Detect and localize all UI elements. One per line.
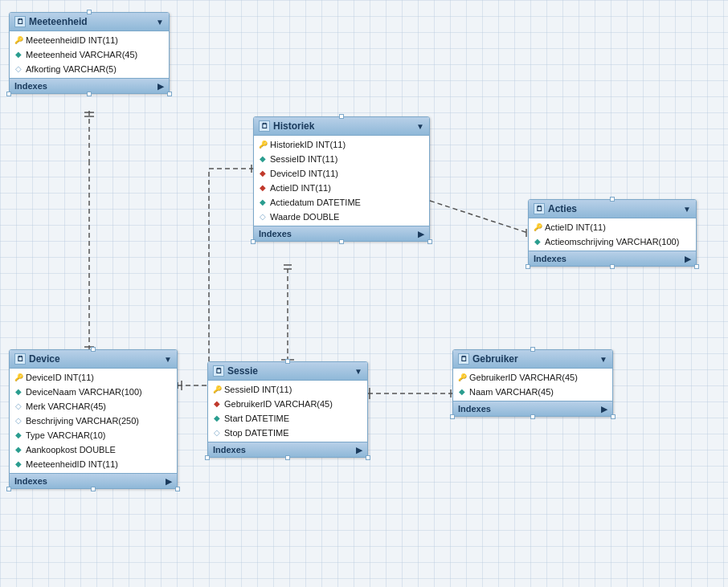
field-icon-key: 🔑 xyxy=(534,223,542,231)
resize-handle[interactable] xyxy=(6,92,11,96)
field-text: Actieomschrijving VARCHAR(100) xyxy=(545,235,679,248)
table-header-historiek[interactable]: 🗒Historiek▼ xyxy=(254,117,429,136)
field-icon-diamond-empty: ◇ xyxy=(14,402,22,410)
table-meeteenheid[interactable]: 🗒Meeteenheid▼🔑MeeteenheidID INT(11)◆Meet… xyxy=(9,12,170,94)
resize-handle[interactable] xyxy=(205,455,210,460)
resize-handle[interactable] xyxy=(285,359,290,364)
table-icon: 🗒 xyxy=(259,120,270,132)
indexes-arrow-icon[interactable]: ▶ xyxy=(356,446,362,455)
field-icon-diamond-teal: ◆ xyxy=(458,388,466,396)
dropdown-arrow-icon[interactable]: ▼ xyxy=(164,355,172,364)
field-icon-key: 🔑 xyxy=(213,385,221,393)
table-header-acties[interactable]: 🗒Acties▼ xyxy=(529,200,696,218)
resize-handle[interactable] xyxy=(175,487,180,491)
resize-handle[interactable] xyxy=(530,347,535,352)
table-historiek[interactable]: 🗒Historiek▼🔑HistoriekID INT(11)◆SessieID… xyxy=(253,116,430,242)
resize-handle[interactable] xyxy=(427,239,432,244)
dropdown-arrow-icon[interactable]: ▼ xyxy=(416,122,424,131)
indexes-arrow-icon[interactable]: ▶ xyxy=(418,230,424,238)
resize-handle[interactable] xyxy=(339,239,344,244)
resize-handle[interactable] xyxy=(610,197,615,202)
field-icon-diamond-red: ◆ xyxy=(213,400,221,408)
field-text: MeeteenheidID INT(11) xyxy=(26,458,118,471)
table-field: 🔑GebruikerID VARCHAR(45) xyxy=(453,370,612,385)
table-field: ◇Stop DATETIME xyxy=(208,426,367,440)
field-icon-diamond-empty: ◇ xyxy=(213,429,221,437)
field-text: HistoriekID INT(11) xyxy=(270,138,346,151)
table-field: 🔑ActieID INT(11) xyxy=(529,220,696,234)
table-header-gebruiker[interactable]: 🗒Gebruiker▼ xyxy=(453,350,612,369)
field-text: Stop DATETIME xyxy=(224,426,288,439)
field-icon-diamond-teal: ◆ xyxy=(14,431,22,439)
resize-handle[interactable] xyxy=(530,414,535,419)
resize-handle[interactable] xyxy=(251,239,256,244)
table-icon: 🗒 xyxy=(534,203,545,214)
resize-handle[interactable] xyxy=(694,264,699,269)
indexes-arrow-icon[interactable]: ▶ xyxy=(166,477,172,486)
resize-handle[interactable] xyxy=(339,114,344,119)
dropdown-arrow-icon[interactable]: ▼ xyxy=(156,18,164,26)
table-title-gebruiker: Gebruiker xyxy=(472,353,518,365)
field-icon-diamond-red: ◆ xyxy=(259,184,267,192)
resize-handle[interactable] xyxy=(91,347,96,352)
field-text: GebruikerID VARCHAR(45) xyxy=(469,371,578,384)
table-field: ◆Start DATETIME xyxy=(208,411,367,426)
table-body-meeteenheid: 🔑MeeteenheidID INT(11)◆Meeteenheid VARCH… xyxy=(10,31,169,78)
table-body-gebruiker: 🔑GebruikerID VARCHAR(45)◆Naam VARCHAR(45… xyxy=(453,369,612,401)
table-acties[interactable]: 🗒Acties▼🔑ActieID INT(11)◆Actieomschrijvi… xyxy=(528,199,697,267)
resize-handle[interactable] xyxy=(611,414,616,419)
table-header-meeteenheid[interactable]: 🗒Meeteenheid▼ xyxy=(10,13,169,31)
indexes-arrow-icon[interactable]: ▶ xyxy=(685,255,691,263)
resize-handle[interactable] xyxy=(366,455,370,460)
resize-handle[interactable] xyxy=(450,414,455,419)
table-title-historiek: Historiek xyxy=(273,120,314,132)
field-text: Actiedatum DATETIME xyxy=(270,196,361,209)
table-device[interactable]: 🗒Device▼🔑DeviceID INT(11)◆DeviceNaam VAR… xyxy=(9,349,178,489)
resize-handle[interactable] xyxy=(167,92,172,96)
dropdown-arrow-icon[interactable]: ▼ xyxy=(599,355,607,364)
table-title-device: Device xyxy=(29,353,60,365)
field-icon-diamond-teal: ◆ xyxy=(259,155,267,163)
table-title-sessie: Sessie xyxy=(227,365,258,377)
table-header-sessie[interactable]: 🗒Sessie▼ xyxy=(208,362,367,381)
table-field: ◇Merk VARCHAR(45) xyxy=(10,399,177,414)
table-field: ◆Actiedatum DATETIME xyxy=(254,195,429,210)
field-text: DeviceNaam VARCHAR(100) xyxy=(26,385,142,398)
field-text: Waarde DOUBLE xyxy=(270,210,339,223)
dropdown-arrow-icon[interactable]: ▼ xyxy=(354,367,362,376)
table-field: ◆DeviceNaam VARCHAR(100) xyxy=(10,385,177,399)
field-text: Beschrijving VARCHAR(250) xyxy=(26,414,139,427)
table-field: ◆MeeteenheidID INT(11) xyxy=(10,457,177,471)
field-icon-diamond-teal: ◆ xyxy=(14,51,22,59)
resize-handle[interactable] xyxy=(285,455,290,460)
indexes-label: Indexes xyxy=(14,476,47,486)
resize-handle[interactable] xyxy=(6,487,11,491)
dropdown-arrow-icon[interactable]: ▼ xyxy=(683,205,691,214)
indexes-arrow-icon[interactable]: ▶ xyxy=(601,405,607,414)
resize-handle[interactable] xyxy=(87,92,92,96)
table-body-device: 🔑DeviceID INT(11)◆DeviceNaam VARCHAR(100… xyxy=(10,369,177,473)
table-field: ◆Naam VARCHAR(45) xyxy=(453,385,612,399)
resize-handle[interactable] xyxy=(91,487,96,491)
field-text: SessieID INT(11) xyxy=(224,383,292,396)
field-text: DeviceID INT(11) xyxy=(26,371,94,384)
field-icon-key: 🔑 xyxy=(14,373,22,381)
table-field: ◇Waarde DOUBLE xyxy=(254,210,429,224)
indexes-arrow-icon[interactable]: ▶ xyxy=(157,82,164,91)
field-text: MeeteenheidID INT(11) xyxy=(26,34,118,47)
table-gebruiker[interactable]: 🗒Gebruiker▼🔑GebruikerID VARCHAR(45)◆Naam… xyxy=(452,349,613,417)
field-text: Meeteenheid VARCHAR(45) xyxy=(26,48,137,61)
field-text: ActieID INT(11) xyxy=(270,181,331,194)
field-icon-diamond-empty: ◇ xyxy=(259,213,267,221)
table-sessie[interactable]: 🗒Sessie▼🔑SessieID INT(11)◆GebruikerID VA… xyxy=(207,361,368,458)
field-icon-diamond-teal: ◆ xyxy=(14,446,22,454)
table-header-device[interactable]: 🗒Device▼ xyxy=(10,350,177,369)
field-text: GebruikerID VARCHAR(45) xyxy=(224,397,333,410)
table-body-sessie: 🔑SessieID INT(11)◆GebruikerID VARCHAR(45… xyxy=(208,381,367,442)
resize-handle[interactable] xyxy=(87,10,92,14)
resize-handle[interactable] xyxy=(526,264,530,269)
table-icon: 🗒 xyxy=(458,353,469,365)
table-title-acties: Acties xyxy=(548,203,577,214)
indexes-label: Indexes xyxy=(213,445,246,455)
resize-handle[interactable] xyxy=(610,264,615,269)
